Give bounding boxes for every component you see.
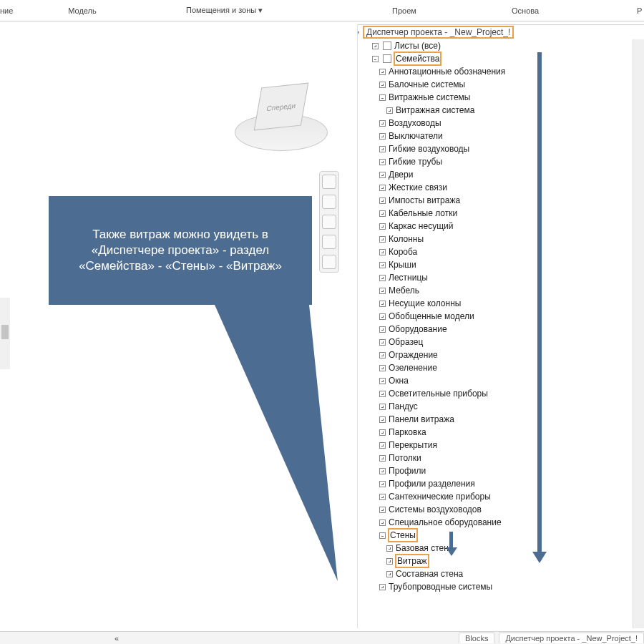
tree-item[interactable]: Импосты витража (365, 194, 641, 207)
expander-icon[interactable] (379, 236, 386, 243)
tree-item[interactable]: Сантехнические приборы (365, 490, 641, 503)
expander-icon[interactable] (379, 69, 386, 75)
expander-icon[interactable] (379, 532, 386, 539)
expander-icon[interactable] (379, 326, 386, 333)
tree-item[interactable]: Выключатели (365, 130, 641, 142)
viewport-3d[interactable]: Спереди Также витраж можно увидеть в «Ди… (0, 24, 358, 628)
tree-item[interactable]: Специальное оборудование (365, 516, 641, 529)
project-browser-title[interactable]: Диспетчер проекта - _New_Project_! (364, 26, 513, 38)
expander-icon[interactable] (379, 339, 386, 346)
browser-scrollbar[interactable] (633, 39, 644, 628)
expander-icon[interactable] (379, 133, 386, 140)
expander-icon[interactable] (379, 120, 386, 127)
nav-orbit-icon[interactable] (322, 215, 336, 229)
tree-item-families[interactable]: Семейства (365, 52, 641, 65)
view-scrollbar-thumb[interactable] (1, 325, 9, 339)
expander-icon[interactable] (372, 43, 379, 49)
expander-icon[interactable] (379, 429, 386, 436)
tree-item[interactable]: Балочные системы (365, 78, 641, 91)
view-scrollbar[interactable] (0, 298, 10, 369)
tree-item[interactable]: Потолки (365, 452, 641, 464)
expander-icon[interactable] (379, 494, 386, 500)
tree-item-vitrazh-systems[interactable]: Витражные системы (365, 91, 641, 104)
tree-item[interactable]: Гибкие воздуховоды (365, 142, 641, 155)
expander-icon[interactable] (379, 455, 386, 462)
tree-item[interactable]: Несущие колонны (365, 297, 641, 310)
status-tab-browser[interactable]: Диспетчер проекта - _New_Project_! (499, 633, 644, 643)
tree-item[interactable]: Гибкие трубы (365, 155, 641, 168)
expander-icon[interactable] (379, 301, 386, 307)
expander-icon[interactable] (386, 571, 393, 577)
tree-item[interactable]: Профили разделения (365, 477, 641, 490)
expander-icon[interactable] (379, 352, 386, 358)
tree-item[interactable]: Озеленение (365, 361, 641, 374)
expander-icon[interactable] (379, 210, 386, 217)
expander-icon[interactable] (379, 404, 386, 410)
tree-item[interactable]: Жесткие связи (365, 181, 641, 194)
status-chevron-icon[interactable]: « (114, 634, 119, 643)
expander-icon[interactable] (379, 262, 386, 268)
tree-item[interactable]: Мебель (365, 284, 641, 297)
expander-icon[interactable] (386, 107, 393, 114)
tree-item[interactable]: Аннотационные обозначения (365, 65, 641, 78)
expander-icon[interactable] (379, 507, 386, 513)
expander-icon[interactable] (379, 275, 386, 281)
tree-item[interactable]: Образец (365, 336, 641, 348)
tree-item[interactable]: Колонны (365, 233, 641, 245)
tree-item[interactable]: Перекрытия (365, 439, 641, 452)
viewcube[interactable]: Спереди (228, 71, 335, 178)
expander-icon[interactable] (379, 82, 386, 88)
tree-item[interactable]: Лестницы (365, 271, 641, 284)
panel-pin-icon[interactable]: ▾ (358, 28, 362, 35)
tree-item-sheets[interactable]: Листы (все) (365, 39, 641, 52)
expander-icon[interactable] (379, 391, 386, 397)
expander-icon[interactable] (379, 365, 386, 371)
tree-item[interactable]: Осветительные приборы (365, 387, 641, 400)
expander-icon[interactable] (379, 442, 386, 449)
tree-item[interactable]: Каркас несущий (365, 220, 641, 233)
viewcube-front-face[interactable]: Спереди (254, 83, 309, 131)
tree-item[interactable]: Парковка (365, 426, 641, 439)
tree-item[interactable]: Короба (365, 245, 641, 258)
expander-icon[interactable] (379, 146, 386, 152)
tree-item[interactable]: Профили (365, 464, 641, 477)
expander-icon[interactable] (379, 481, 386, 487)
nav-more-icon[interactable] (322, 255, 336, 269)
tree-item[interactable]: Кабельные лотки (365, 207, 641, 220)
project-browser-tree[interactable]: Листы (все)СемействаАннотационные обозна… (365, 39, 641, 593)
nav-pan-icon[interactable] (322, 175, 336, 189)
expander-icon[interactable] (379, 94, 386, 101)
tree-item[interactable]: Обобщенные модели (365, 310, 641, 323)
expander-icon[interactable] (379, 172, 386, 178)
expander-icon[interactable] (379, 378, 386, 384)
expander-icon[interactable] (379, 159, 386, 165)
tree-item[interactable]: Окна (365, 374, 641, 387)
tree-item[interactable]: Крыши (365, 258, 641, 271)
expander-icon[interactable] (379, 313, 386, 320)
tree-item-wall-type[interactable]: Базовая стена (365, 542, 641, 555)
expander-icon[interactable] (379, 249, 386, 255)
tree-item-wall-type[interactable]: Составная стена (365, 567, 641, 580)
tree-item-vitrazh-system[interactable]: Витражная система (365, 104, 641, 117)
expander-icon[interactable] (379, 416, 386, 423)
tree-item[interactable]: Пандус (365, 400, 641, 413)
expander-icon[interactable] (379, 185, 386, 191)
expander-icon[interactable] (379, 519, 386, 526)
expander-icon[interactable] (379, 197, 386, 204)
nav-steering-icon[interactable] (322, 235, 336, 249)
expander-icon[interactable] (379, 223, 386, 230)
tree-item[interactable]: Трубопроводные системы (365, 580, 641, 593)
nav-zoom-icon[interactable] (322, 195, 336, 209)
expander-icon[interactable] (379, 584, 386, 590)
expander-icon[interactable] (372, 56, 379, 62)
status-tab-blocks[interactable]: Blocks (459, 633, 494, 643)
tree-item[interactable]: Ограждение (365, 348, 641, 361)
expander-icon[interactable] (379, 288, 386, 294)
tree-item[interactable]: Системы воздуховодов (365, 503, 641, 516)
tree-item[interactable]: Двери (365, 168, 641, 181)
tree-item[interactable]: Оборудование (365, 323, 641, 336)
tree-item-walls[interactable]: Стены (365, 529, 641, 542)
tree-item-vitrazh[interactable]: Витраж (365, 555, 641, 567)
expander-icon[interactable] (379, 468, 386, 474)
expander-icon[interactable] (386, 558, 393, 565)
